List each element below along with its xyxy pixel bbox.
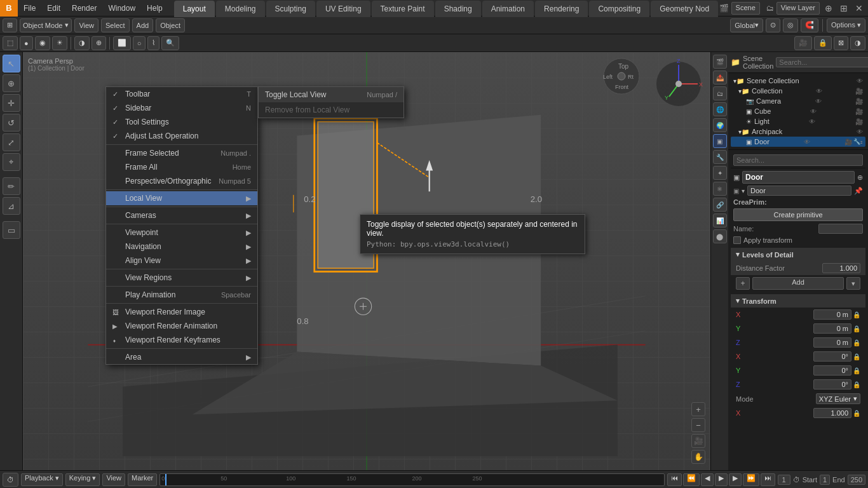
select-menu-btn[interactable]: Select	[101, 18, 130, 32]
next-keyframe-btn[interactable]: ⏩	[743, 473, 759, 486]
tab-shading[interactable]: Shading	[435, 1, 481, 17]
viewport-select-circle[interactable]: ○	[133, 36, 146, 50]
tree-item-camera[interactable]: 📷 Camera 👁 🎥	[731, 96, 865, 106]
viewport[interactable]: Camera Persp (1) Collection | Door	[23, 52, 710, 470]
apply-transform-checkbox[interactable]	[733, 236, 741, 244]
rotation-y-value[interactable]: 0°	[813, 365, 851, 376]
tab-sculpting[interactable]: Sculpting	[266, 1, 315, 17]
vm-local-view[interactable]: Local View ▶	[106, 191, 257, 205]
add-lod-dropdown-btn[interactable]: ▾	[846, 277, 860, 290]
location-y-value[interactable]: 0 m	[813, 323, 851, 334]
lock-z-btn[interactable]: 🔒	[853, 339, 860, 346]
camera-perspective-btn[interactable]: 🎥	[794, 36, 812, 50]
add-menu-btn[interactable]: Add	[132, 18, 154, 32]
create-primitive-btn[interactable]: Create primitive	[733, 208, 863, 221]
menu-window[interactable]: Window	[102, 0, 141, 17]
name-input[interactable]	[818, 224, 863, 234]
tree-item-archipack[interactable]: ▾📁 Archipack 👁	[731, 126, 865, 137]
next-frame-btn[interactable]: ▶	[729, 473, 742, 486]
prop-tab-scene[interactable]: 🌐	[713, 102, 727, 116]
view-layer-selector[interactable]: View Layer	[776, 2, 820, 15]
vm-perspective-ortho[interactable]: Perspective/Orthographic Numpad 5	[106, 174, 257, 188]
vm-cameras[interactable]: Cameras ▶	[106, 208, 257, 222]
pivot-point-btn[interactable]: ⊙	[766, 18, 780, 32]
tree-item-light[interactable]: ☀ Light 👁 🎥	[731, 116, 865, 126]
vm-area[interactable]: Area ▶	[106, 350, 257, 364]
vm-adjust-last-op[interactable]: ✓ Adjust Last Operation	[106, 129, 257, 143]
lv-toggle-local-view[interactable]: Toggle Local View Numpad /	[259, 87, 403, 102]
lock-x-btn[interactable]: 🔒	[853, 311, 860, 318]
options-btn[interactable]: Options ▾	[827, 18, 865, 32]
menu-render[interactable]: Render	[66, 0, 102, 17]
viewport-shading-rendered[interactable]: ☀	[52, 36, 67, 50]
tool-scale[interactable]: ⤢	[3, 133, 20, 151]
prev-frame-btn[interactable]: ◀	[701, 473, 714, 486]
snap-btn[interactable]: 🧲	[801, 18, 818, 32]
door-eye[interactable]: 👁	[804, 139, 810, 146]
scene-collection-eye[interactable]: 👁	[857, 78, 863, 85]
tab-uv-editing[interactable]: UV Editing	[316, 1, 370, 17]
prop-tab-physics[interactable]: ⚛	[713, 182, 727, 196]
keying-btn[interactable]: Keying ▾	[65, 473, 100, 486]
data-name-field[interactable]: Door	[747, 186, 851, 196]
door-cam[interactable]: 🎥	[844, 139, 852, 146]
search-btn[interactable]: 🔍	[161, 36, 179, 50]
prop-tab-data[interactable]: 📊	[713, 214, 727, 227]
vm-viewport-render-animation[interactable]: ▶ Viewport Render Animation	[106, 319, 257, 333]
collection-eye[interactable]: 👁	[816, 88, 822, 95]
tool-select[interactable]: ↖	[3, 55, 20, 72]
collapse-btn[interactable]: ⊞	[837, 3, 850, 13]
timeline-editor-type[interactable]: ⏱	[3, 473, 18, 487]
archipack-eye[interactable]: 👁	[857, 128, 863, 135]
vm-tool-settings[interactable]: ✓ Tool Settings	[106, 115, 257, 129]
transform-orientations-btn[interactable]: Global ▾	[730, 18, 763, 32]
prop-tab-object[interactable]: ▣	[713, 134, 727, 148]
tool-move[interactable]: ✛	[3, 94, 20, 112]
tab-rendering[interactable]: Rendering	[535, 1, 588, 17]
location-x-value[interactable]: 0 m	[813, 309, 851, 320]
start-value[interactable]: 1	[820, 475, 830, 485]
vm-frame-selected[interactable]: Frame Selected Numpad .	[106, 146, 257, 160]
prop-tab-render[interactable]: 🎬	[713, 55, 727, 69]
cube-eye[interactable]: 👁	[810, 108, 817, 115]
tab-modeling[interactable]: Modeling	[216, 1, 265, 17]
light-cam[interactable]: 🎥	[855, 118, 863, 125]
prop-tab-world[interactable]: 🌍	[713, 118, 727, 132]
jump-to-end-btn[interactable]: ⏭	[761, 473, 775, 486]
vm-align-view[interactable]: Align View ▶	[106, 254, 257, 268]
xray-btn[interactable]: ⊠	[834, 36, 848, 50]
rot-lock-z-btn[interactable]: 🔒	[853, 381, 860, 388]
tab-layout[interactable]: Layout	[174, 1, 215, 17]
tab-geometry-nod[interactable]: Geometry Nod	[651, 1, 718, 17]
object-name-field[interactable]: Door	[742, 171, 855, 184]
jump-to-start-btn[interactable]: ⏮	[667, 473, 682, 486]
view-lock-btn[interactable]: 🔒	[814, 36, 832, 50]
rotation-mode-dropdown[interactable]: XYZ Euler ▾	[816, 393, 860, 404]
vm-viewpoint[interactable]: Viewpoint ▶	[106, 226, 257, 240]
distance-factor-value[interactable]: 1.000	[822, 263, 860, 273]
tool-add-cube[interactable]: ▭	[3, 221, 20, 239]
prev-keyframe-btn[interactable]: ⏪	[683, 473, 700, 486]
editor-type-btn[interactable]: ⊞	[3, 18, 17, 32]
menu-help[interactable]: Help	[141, 0, 168, 17]
vm-navigation[interactable]: Navigation ▶	[106, 240, 257, 254]
overlay-btn[interactable]: ◑	[74, 36, 90, 50]
view-menu-btn[interactable]: View	[74, 18, 98, 32]
render-preview-btn[interactable]: ⊕	[822, 3, 835, 13]
object-mode-dropdown[interactable]: Object Mode ▾	[20, 18, 72, 32]
close-btn[interactable]: ✕	[853, 3, 865, 13]
viewport-shading-material[interactable]: ◉	[35, 36, 50, 50]
viewport-shading-solid[interactable]: ●	[20, 36, 33, 50]
tab-animation[interactable]: Animation	[482, 1, 534, 17]
zoom-in-btn[interactable]: +	[691, 402, 705, 416]
gizmo-btn[interactable]: ⊕	[92, 36, 106, 50]
vm-play-animation[interactable]: Play Animation Spacebar	[106, 288, 257, 302]
scale-lock-x-btn[interactable]: 🔒	[853, 410, 860, 417]
navigation-gizmo[interactable]: Top Left Rt Front	[602, 57, 653, 108]
camera-view-btn[interactable]: 🎥	[691, 434, 705, 448]
tl-view-btn[interactable]: View	[102, 473, 125, 486]
tool-transform[interactable]: ⌖	[3, 153, 20, 171]
object-fake-user-btn[interactable]: ⊕	[857, 173, 863, 182]
prop-tab-constraints[interactable]: 🔗	[713, 198, 727, 212]
prop-tab-output[interactable]: 📤	[713, 71, 727, 85]
